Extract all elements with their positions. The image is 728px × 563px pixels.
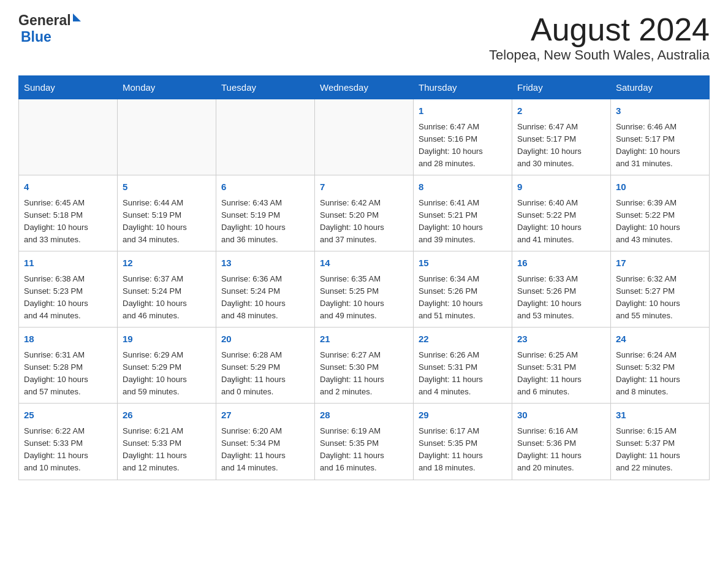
calendar-header-wednesday: Wednesday <box>315 76 414 99</box>
calendar-cell: 28Sunrise: 6:19 AMSunset: 5:35 PMDayligh… <box>315 404 414 480</box>
calendar-cell: 7Sunrise: 6:42 AMSunset: 5:20 PMDaylight… <box>315 175 414 251</box>
calendar-header-row: SundayMondayTuesdayWednesdayThursdayFrid… <box>19 76 710 99</box>
day-number: 6 <box>221 180 309 194</box>
calendar-cell: 5Sunrise: 6:44 AMSunset: 5:19 PMDaylight… <box>118 175 216 251</box>
day-info: Sunrise: 6:20 AMSunset: 5:34 PMDaylight:… <box>221 425 309 475</box>
day-number: 4 <box>24 180 112 194</box>
day-number: 12 <box>123 256 211 270</box>
day-number: 26 <box>123 408 211 423</box>
day-number: 22 <box>419 332 507 347</box>
day-info: Sunrise: 6:39 AMSunset: 5:22 PMDaylight:… <box>616 197 704 247</box>
calendar-cell: 27Sunrise: 6:20 AMSunset: 5:34 PMDayligh… <box>216 404 315 480</box>
calendar-cell: 4Sunrise: 6:45 AMSunset: 5:18 PMDaylight… <box>19 175 118 251</box>
day-number: 16 <box>517 256 605 270</box>
calendar-cell <box>315 99 414 175</box>
month-title: August 2024 <box>489 12 710 47</box>
calendar-cell: 31Sunrise: 6:15 AMSunset: 5:37 PMDayligh… <box>611 404 710 480</box>
day-info: Sunrise: 6:27 AMSunset: 5:30 PMDaylight:… <box>320 349 408 399</box>
calendar-cell: 16Sunrise: 6:33 AMSunset: 5:26 PMDayligh… <box>512 251 611 327</box>
calendar-cell <box>19 99 118 175</box>
calendar-cell: 18Sunrise: 6:31 AMSunset: 5:28 PMDayligh… <box>19 327 118 404</box>
calendar-cell: 9Sunrise: 6:40 AMSunset: 5:22 PMDaylight… <box>512 175 611 251</box>
day-info: Sunrise: 6:35 AMSunset: 5:25 PMDaylight:… <box>320 273 408 323</box>
calendar-cell <box>216 99 315 175</box>
day-info: Sunrise: 6:38 AMSunset: 5:23 PMDaylight:… <box>24 273 112 323</box>
calendar-header-saturday: Saturday <box>611 76 710 99</box>
calendar-week-5: 25Sunrise: 6:22 AMSunset: 5:33 PMDayligh… <box>19 404 710 480</box>
calendar-cell: 24Sunrise: 6:24 AMSunset: 5:32 PMDayligh… <box>611 327 710 404</box>
day-info: Sunrise: 6:21 AMSunset: 5:33 PMDaylight:… <box>123 425 211 475</box>
calendar-cell: 12Sunrise: 6:37 AMSunset: 5:24 PMDayligh… <box>118 251 216 327</box>
day-info: Sunrise: 6:24 AMSunset: 5:32 PMDaylight:… <box>616 349 704 399</box>
calendar-cell: 8Sunrise: 6:41 AMSunset: 5:21 PMDaylight… <box>414 175 512 251</box>
day-info: Sunrise: 6:45 AMSunset: 5:18 PMDaylight:… <box>24 197 112 247</box>
calendar-cell: 20Sunrise: 6:28 AMSunset: 5:29 PMDayligh… <box>216 327 315 404</box>
calendar-cell: 25Sunrise: 6:22 AMSunset: 5:33 PMDayligh… <box>19 404 118 480</box>
day-number: 7 <box>320 180 408 194</box>
calendar-cell: 17Sunrise: 6:32 AMSunset: 5:27 PMDayligh… <box>611 251 710 327</box>
logo-triangle-icon <box>73 13 81 21</box>
calendar-cell: 1Sunrise: 6:47 AMSunset: 5:16 PMDaylight… <box>414 99 512 175</box>
day-number: 25 <box>24 408 112 423</box>
calendar-week-3: 11Sunrise: 6:38 AMSunset: 5:23 PMDayligh… <box>19 251 710 327</box>
day-number: 31 <box>616 408 704 423</box>
day-number: 28 <box>320 408 408 423</box>
day-info: Sunrise: 6:22 AMSunset: 5:33 PMDaylight:… <box>24 425 112 475</box>
calendar-cell: 14Sunrise: 6:35 AMSunset: 5:25 PMDayligh… <box>315 251 414 327</box>
day-info: Sunrise: 6:46 AMSunset: 5:17 PMDaylight:… <box>616 121 704 170</box>
day-info: Sunrise: 6:34 AMSunset: 5:26 PMDaylight:… <box>419 273 507 323</box>
day-info: Sunrise: 6:41 AMSunset: 5:21 PMDaylight:… <box>419 197 507 247</box>
day-number: 19 <box>123 332 211 347</box>
calendar-header-tuesday: Tuesday <box>216 76 315 99</box>
calendar-cell: 6Sunrise: 6:43 AMSunset: 5:19 PMDaylight… <box>216 175 315 251</box>
day-info: Sunrise: 6:19 AMSunset: 5:35 PMDaylight:… <box>320 425 408 475</box>
calendar-header-monday: Monday <box>118 76 216 99</box>
calendar-header-sunday: Sunday <box>19 76 118 99</box>
day-info: Sunrise: 6:16 AMSunset: 5:36 PMDaylight:… <box>517 425 605 475</box>
calendar-cell: 2Sunrise: 6:47 AMSunset: 5:17 PMDaylight… <box>512 99 611 175</box>
day-number: 1 <box>419 104 507 118</box>
calendar-cell: 29Sunrise: 6:17 AMSunset: 5:35 PMDayligh… <box>414 404 512 480</box>
calendar-cell: 21Sunrise: 6:27 AMSunset: 5:30 PMDayligh… <box>315 327 414 404</box>
calendar-table: SundayMondayTuesdayWednesdayThursdayFrid… <box>18 75 710 480</box>
logo: General Blue <box>18 12 81 45</box>
calendar-week-2: 4Sunrise: 6:45 AMSunset: 5:18 PMDaylight… <box>19 175 710 251</box>
day-info: Sunrise: 6:26 AMSunset: 5:31 PMDaylight:… <box>419 349 507 399</box>
logo-general-text: General <box>18 12 71 29</box>
day-info: Sunrise: 6:29 AMSunset: 5:29 PMDaylight:… <box>123 349 211 399</box>
calendar-cell: 15Sunrise: 6:34 AMSunset: 5:26 PMDayligh… <box>414 251 512 327</box>
day-number: 24 <box>616 332 704 347</box>
day-info: Sunrise: 6:44 AMSunset: 5:19 PMDaylight:… <box>123 197 211 247</box>
day-info: Sunrise: 6:15 AMSunset: 5:37 PMDaylight:… <box>616 425 704 475</box>
day-number: 13 <box>221 256 309 270</box>
calendar-cell <box>118 99 216 175</box>
day-number: 20 <box>221 332 309 347</box>
day-number: 3 <box>616 104 704 118</box>
day-info: Sunrise: 6:31 AMSunset: 5:28 PMDaylight:… <box>24 349 112 399</box>
day-number: 21 <box>320 332 408 347</box>
day-number: 15 <box>419 256 507 270</box>
day-number: 29 <box>419 408 507 423</box>
location-title: Telopea, New South Wales, Australia <box>489 47 710 63</box>
logo-blue-text: Blue <box>21 29 51 45</box>
day-number: 14 <box>320 256 408 270</box>
day-number: 5 <box>123 180 211 194</box>
calendar-cell: 30Sunrise: 6:16 AMSunset: 5:36 PMDayligh… <box>512 404 611 480</box>
calendar-cell: 22Sunrise: 6:26 AMSunset: 5:31 PMDayligh… <box>414 327 512 404</box>
day-number: 18 <box>24 332 112 347</box>
day-info: Sunrise: 6:40 AMSunset: 5:22 PMDaylight:… <box>517 197 605 247</box>
day-number: 8 <box>419 180 507 194</box>
day-info: Sunrise: 6:42 AMSunset: 5:20 PMDaylight:… <box>320 197 408 247</box>
calendar-cell: 23Sunrise: 6:25 AMSunset: 5:31 PMDayligh… <box>512 327 611 404</box>
day-info: Sunrise: 6:47 AMSunset: 5:16 PMDaylight:… <box>419 121 507 170</box>
day-number: 9 <box>517 180 605 194</box>
calendar-week-1: 1Sunrise: 6:47 AMSunset: 5:16 PMDaylight… <box>19 99 710 175</box>
calendar-cell: 10Sunrise: 6:39 AMSunset: 5:22 PMDayligh… <box>611 175 710 251</box>
day-info: Sunrise: 6:47 AMSunset: 5:17 PMDaylight:… <box>517 121 605 170</box>
day-info: Sunrise: 6:33 AMSunset: 5:26 PMDaylight:… <box>517 273 605 323</box>
day-number: 11 <box>24 256 112 270</box>
calendar-cell: 19Sunrise: 6:29 AMSunset: 5:29 PMDayligh… <box>118 327 216 404</box>
page-header: General Blue August 2024 Telopea, New So… <box>18 12 710 63</box>
calendar-cell: 13Sunrise: 6:36 AMSunset: 5:24 PMDayligh… <box>216 251 315 327</box>
day-info: Sunrise: 6:37 AMSunset: 5:24 PMDaylight:… <box>123 273 211 323</box>
